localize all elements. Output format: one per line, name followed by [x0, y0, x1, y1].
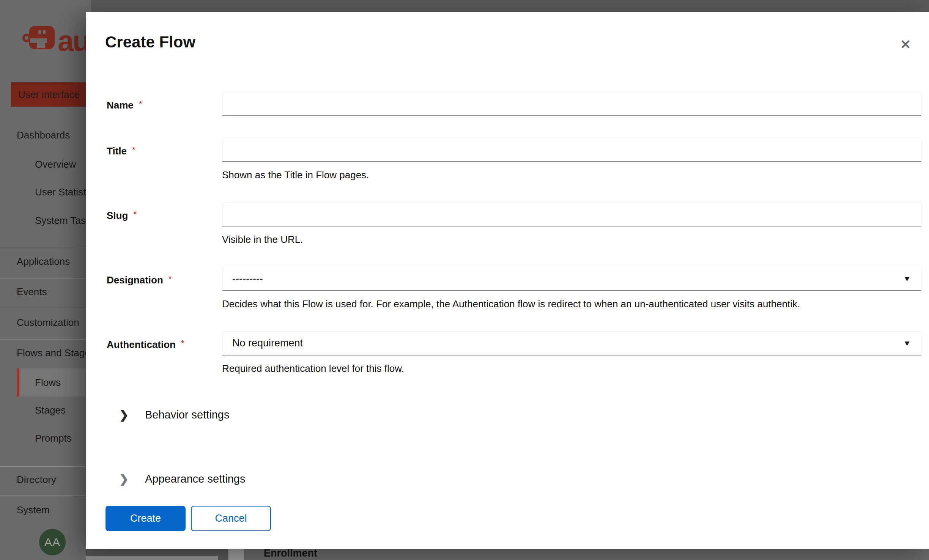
modal-title: Create Flow: [105, 33, 195, 51]
nav-divider: [0, 248, 91, 248]
close-icon[interactable]: ✕: [896, 35, 915, 53]
designation-label: Designation*: [107, 267, 219, 292]
nav-divider: [0, 339, 91, 340]
required-asterisk: *: [132, 145, 135, 154]
authentication-label: Authentication*: [107, 331, 219, 357]
cancel-button[interactable]: Cancel: [191, 506, 271, 531]
backdrop-expand-cell: [228, 549, 244, 560]
sidebar-item-applications[interactable]: Applications: [17, 252, 70, 271]
user-interface-button[interactable]: User interface: [11, 82, 91, 107]
sidebar-item-flows[interactable]: Flows: [35, 373, 61, 392]
designation-select-value: ---------: [232, 273, 263, 285]
nav-active-bar: [17, 368, 19, 396]
behavior-settings-expander[interactable]: ❯ Behavior settings: [119, 403, 229, 426]
required-asterisk: *: [181, 338, 184, 348]
sidebar-item-system-tasks[interactable]: System Tasks: [35, 211, 91, 230]
title-help-text: Shown as the Title in Flow pages.: [222, 169, 921, 181]
sidebar-item-user-statistics[interactable]: User Statistics: [35, 182, 91, 201]
sidebar-item-overview[interactable]: Overview: [35, 155, 76, 174]
appearance-settings-expander[interactable]: ❯ Appearance settings: [119, 467, 245, 490]
slug-input[interactable]: [222, 202, 921, 227]
authentication-select-value: No requirement: [232, 337, 303, 349]
logo-wordmark: au: [58, 24, 89, 57]
sidebar-item-dashboards[interactable]: Dashboards: [17, 126, 70, 145]
page-content-backdrop: Enrollment: [86, 549, 929, 560]
chevron-down-icon: ▼: [903, 339, 911, 347]
sidebar-item-system[interactable]: System: [17, 500, 50, 519]
create-flow-modal: Create Flow ✕ Name* Title* Shown as the …: [86, 12, 929, 549]
chevron-right-icon: ❯: [119, 408, 129, 422]
backdrop-row-label: Enrollment: [264, 547, 317, 559]
app-root: au User interface Dashboards Overview Us…: [0, 0, 929, 560]
required-asterisk: *: [139, 99, 142, 109]
create-button[interactable]: Create: [105, 506, 186, 531]
backdrop-scrollbar: [86, 556, 218, 560]
title-input[interactable]: [222, 138, 921, 162]
sidebar-item-directory[interactable]: Directory: [17, 470, 56, 489]
title-label: Title*: [107, 138, 219, 163]
authentication-help-text: Required authentication level for this f…: [222, 362, 921, 374]
name-input[interactable]: [222, 92, 921, 116]
slug-label: Slug*: [107, 202, 219, 228]
sidebar-item-stages[interactable]: Stages: [35, 401, 66, 420]
designation-help-text: Decides what this Flow is used for. For …: [222, 298, 921, 310]
required-asterisk: *: [168, 274, 172, 283]
avatar[interactable]: AA: [39, 529, 66, 555]
designation-select[interactable]: --------- ▼: [222, 267, 921, 291]
slug-help-text: Visible in the URL.: [222, 233, 921, 245]
nav-divider: [0, 466, 91, 467]
chevron-down-icon: ▼: [903, 274, 911, 283]
nav-divider: [0, 278, 91, 278]
authentication-select[interactable]: No requirement ▼: [222, 331, 921, 356]
sidebar-item-prompts[interactable]: Prompts: [35, 429, 72, 448]
nav-divider: [0, 309, 91, 309]
name-label: Name*: [107, 92, 219, 117]
sidebar-item-flows-and-stages[interactable]: Flows and Stages: [17, 343, 91, 362]
sidebar-item-customization[interactable]: Customization: [17, 313, 79, 332]
behavior-settings-label: Behavior settings: [145, 409, 229, 421]
modal-footer: Create Cancel: [105, 506, 271, 531]
required-asterisk: *: [133, 209, 137, 219]
chevron-right-icon: ❯: [119, 472, 129, 486]
page-header-backdrop: [0, 0, 929, 12]
appearance-settings-label: Appearance settings: [145, 473, 245, 485]
nav-divider: [0, 496, 91, 496]
sidebar-item-events[interactable]: Events: [17, 282, 47, 301]
sidebar: au User interface Dashboards Overview Us…: [0, 0, 91, 560]
